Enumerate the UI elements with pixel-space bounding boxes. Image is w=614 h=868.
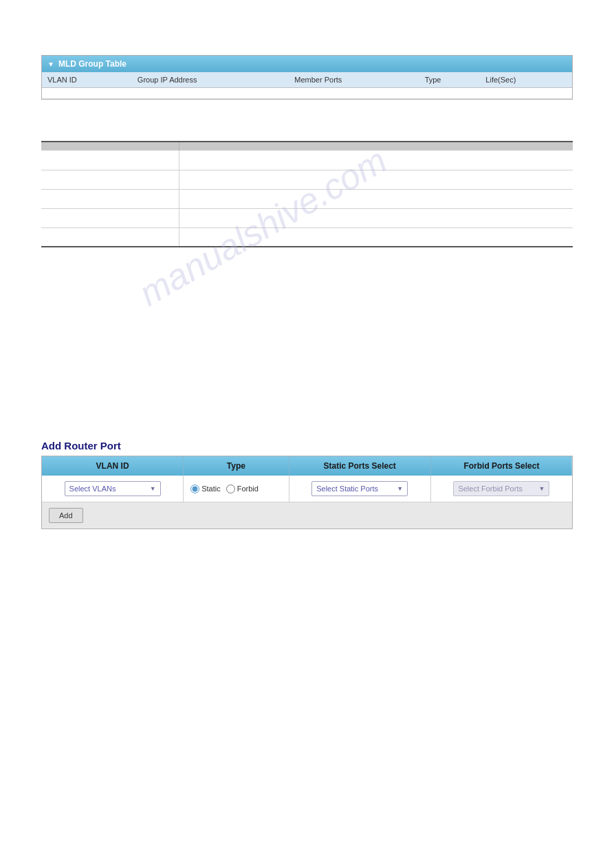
router-port-table: VLAN ID Type Static Ports Select Forbid … [42, 456, 572, 502]
forbid-ports-label: Select Forbid Ports [458, 485, 523, 493]
add-button-area: Add [42, 502, 572, 528]
mld-table: VLAN ID Group IP Address Member Ports Ty… [42, 72, 572, 99]
collapse-arrow-icon: ▼ [47, 60, 54, 68]
info-row-4 [41, 208, 573, 227]
forbid-radio-option[interactable]: Forbid [226, 485, 259, 493]
info-cell-3-1 [41, 189, 179, 208]
mld-table-container: ▼ MLD Group Table VLAN ID Group IP Addre… [41, 55, 573, 100]
rp-col-forbid-ports: Forbid Ports Select [430, 456, 572, 476]
info-cell-5-1 [41, 227, 179, 247]
rp-vlan-cell: Select VLANs ▼ [42, 476, 184, 502]
info-row-3 [41, 189, 573, 208]
info-table [41, 141, 573, 247]
forbid-radio-input[interactable] [226, 485, 235, 493]
mld-table-body [42, 88, 572, 99]
type-radio-group: Static Forbid [190, 485, 281, 493]
static-ports-label: Select Static Ports [316, 485, 378, 493]
vlan-select-label: Select VLANs [69, 485, 116, 493]
static-radio-label: Static [201, 485, 221, 493]
static-radio-input[interactable] [190, 485, 199, 493]
info-row-1 [41, 151, 573, 170]
rp-col-static-ports: Static Ports Select [289, 456, 430, 476]
forbid-ports-arrow-icon: ▼ [538, 485, 545, 492]
info-cell-4-1 [41, 208, 179, 227]
static-ports-dropdown[interactable]: Select Static Ports ▼ [311, 481, 408, 496]
info-cell-1-1 [41, 151, 179, 170]
mld-empty-row [42, 88, 572, 99]
forbid-ports-dropdown[interactable]: Select Forbid Ports ▼ [453, 481, 549, 496]
mld-col-vlan-id: VLAN ID [42, 72, 132, 88]
info-table-body [41, 151, 573, 247]
router-port-section: Add Router Port VLAN ID Type Static Port… [41, 440, 573, 529]
info-cell-2-1 [41, 170, 179, 189]
mld-table-title: MLD Group Table [58, 59, 127, 69]
info-cell-2-2 [179, 170, 573, 189]
static-ports-arrow-icon: ▼ [397, 485, 403, 492]
info-table-section [41, 141, 573, 247]
info-col-2 [179, 142, 573, 151]
info-col-1 [41, 142, 179, 151]
mld-col-group-ip: Group IP Address [132, 72, 289, 88]
mld-col-member-ports: Member Ports [289, 72, 419, 88]
rp-col-type: Type [184, 456, 289, 476]
mld-table-header-row: VLAN ID Group IP Address Member Ports Ty… [42, 72, 572, 88]
static-radio-option[interactable]: Static [190, 485, 221, 493]
vlan-select-dropdown[interactable]: Select VLANs ▼ [65, 481, 161, 496]
info-table-header-row [41, 142, 573, 151]
info-cell-4-2 [179, 208, 573, 227]
mld-col-type: Type [419, 72, 481, 88]
router-port-title: Add Router Port [41, 440, 573, 452]
router-port-container: VLAN ID Type Static Ports Select Forbid … [41, 456, 573, 529]
mld-group-table-section: ▼ MLD Group Table VLAN ID Group IP Addre… [41, 55, 573, 100]
router-port-body: Select VLANs ▼ Static [42, 476, 572, 502]
rp-forbid-ports-cell: Select Forbid Ports ▼ [430, 476, 572, 502]
rp-col-vlan-id: VLAN ID [42, 456, 184, 476]
mld-col-life: Life(Sec) [480, 72, 572, 88]
vlan-dropdown-arrow-icon: ▼ [150, 485, 156, 492]
forbid-radio-label: Forbid [237, 485, 259, 493]
info-cell-5-2 [179, 227, 573, 247]
info-cell-3-2 [179, 189, 573, 208]
router-port-header-row: VLAN ID Type Static Ports Select Forbid … [42, 456, 572, 476]
rp-type-cell: Static Forbid [184, 476, 289, 502]
router-port-row-1: Select VLANs ▼ Static [42, 476, 572, 502]
mld-table-header: ▼ MLD Group Table [42, 56, 572, 72]
rp-static-ports-cell: Select Static Ports ▼ [289, 476, 430, 502]
info-cell-1-2 [179, 151, 573, 170]
info-row-5 [41, 227, 573, 247]
info-row-2 [41, 170, 573, 189]
add-button[interactable]: Add [49, 508, 83, 523]
